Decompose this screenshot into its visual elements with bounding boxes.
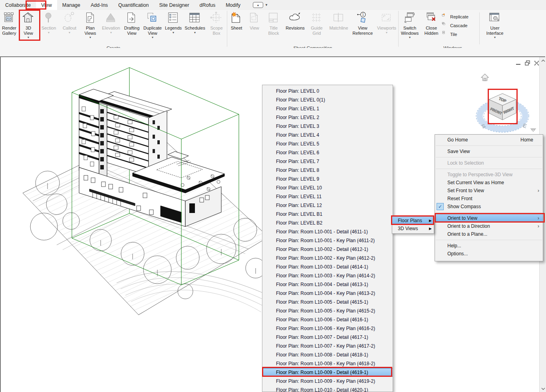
list-item[interactable]: Floor Plan: Room L10-006 - Key Plan (461…: [262, 324, 393, 333]
list-item[interactable]: Floor Plan: Room L10-009 - Key Plan (461…: [262, 377, 393, 386]
ribbon-tab-bar: CollaborateViewManageAdd-InsQuantificati…: [0, 0, 546, 10]
list-item[interactable]: Floor Plan: Room L10-010 - Detail (4620-…: [262, 386, 393, 392]
restore-view-icon[interactable]: [524, 60, 530, 66]
list-item[interactable]: Floor Plan: LEVEL 10: [262, 183, 393, 192]
list-item[interactable]: Floor Plan: LEVEL 3: [262, 122, 393, 131]
button-tile[interactable]: Tile: [442, 31, 476, 38]
list-item[interactable]: Floor Plan: Room L10-003 - Detail (4614-…: [262, 263, 393, 271]
button-replicate[interactable]: Replicate: [442, 13, 476, 20]
list-item[interactable]: Floor Plan: Room L10-008 - Detail (4618-…: [262, 350, 393, 359]
button-duplicate-view[interactable]: Duplicate View▼: [142, 11, 163, 45]
tab-collaborate[interactable]: Collaborate: [0, 0, 36, 10]
tab-site-designer[interactable]: Site Designer: [154, 0, 195, 10]
menu-item-label: Lock to Selection: [447, 160, 484, 166]
svg-text:1: 1: [362, 12, 364, 16]
list-item[interactable]: Floor Plan: Room L10-006 - Detail (4616-…: [262, 315, 393, 324]
scroll-down-icon[interactable]: [540, 385, 546, 392]
button-switch-windows[interactable]: Switch Windows▼: [399, 11, 421, 45]
button-label: Switch Windows: [401, 26, 419, 36]
menu-item-label: Options...: [447, 251, 468, 257]
tab-label: Add-Ins: [91, 2, 108, 8]
button-drafting-view[interactable]: Drafting View: [121, 11, 142, 45]
tab-drofus[interactable]: dRofus: [195, 0, 221, 10]
button-3d-view[interactable]: 3D View▼: [18, 11, 38, 45]
list-item[interactable]: Floor Plan: LEVEL 12: [262, 201, 393, 210]
chevron-down-icon: ▼: [89, 36, 92, 39]
list-item[interactable]: Floor Plan: LEVEL 9: [262, 175, 393, 183]
menu-item-orient-to-a-plane[interactable]: Orient to a Plane...: [435, 230, 543, 238]
menu-item-set-front-to-view[interactable]: Set Front to View›: [435, 187, 543, 195]
tab-quantification[interactable]: Quantification: [113, 0, 154, 10]
tab-modify[interactable]: Modify: [220, 0, 246, 10]
menu-item-go-home[interactable]: Go HomeHome: [435, 136, 543, 144]
close-view-icon[interactable]: [534, 60, 540, 66]
menu-item-show-compass[interactable]: Show Compass✓: [435, 203, 543, 211]
list-item[interactable]: Floor Plan: Room L10-005 - Detail (4615-…: [262, 298, 393, 306]
submenu-item-3d-views[interactable]: 3D Views▶: [392, 225, 434, 233]
list-item[interactable]: Floor Plan: Room L10-004 - Detail (4613-…: [262, 280, 393, 289]
list-item[interactable]: Floor Plan: LEVEL 5: [262, 139, 393, 148]
list-item[interactable]: Floor Plan: LEVEL 6: [262, 148, 393, 157]
viewcube-cube[interactable]: TOP FRONT RIGHT: [489, 94, 516, 120]
list-item[interactable]: Floor Plan: LEVEL B2: [262, 219, 393, 227]
menu-item-set-current-view-as-home[interactable]: Set Current View as Home: [435, 179, 543, 187]
viewcube-menu-arrow[interactable]: [530, 129, 536, 131]
list-item[interactable]: Floor Plan: LEVEL 7: [262, 157, 393, 166]
list-item[interactable]: Floor Plan: LEVEL 0(1): [262, 96, 393, 104]
list-item[interactable]: Floor Plan: LEVEL 4: [262, 131, 393, 139]
list-item[interactable]: Floor Plan: Room L10-004 - Key Plan (461…: [262, 289, 393, 298]
chevron-down-icon: ▼: [151, 36, 154, 39]
button-render-gallery[interactable]: Render Gallery: [0, 11, 18, 45]
list-item[interactable]: Floor Plan: Room L10-005 - Key Plan (461…: [262, 306, 393, 315]
scroll-up-icon[interactable]: [540, 57, 546, 64]
tab-view[interactable]: View: [36, 0, 57, 10]
list-item[interactable]: Floor Plan: Room L10-009 - Detail (4619-…: [262, 368, 393, 377]
tab-label: Quantification: [118, 2, 149, 8]
tab-manage[interactable]: Manage: [57, 0, 85, 10]
list-item[interactable]: Floor Plan: LEVEL 8: [262, 166, 393, 175]
home-icon[interactable]: [481, 74, 488, 81]
list-item[interactable]: Floor Plan: Room L10-002 - Key Plan (461…: [262, 254, 393, 263]
list-item[interactable]: Floor Plan: Room L10-007 - Key Plan (461…: [262, 342, 393, 350]
button-view-reference[interactable]: 1View Reference: [350, 11, 375, 45]
tab-add-ins[interactable]: Add-Ins: [85, 0, 113, 10]
list-item[interactable]: Floor Plan: LEVEL 2: [262, 113, 393, 122]
ribbon-minimize-control[interactable]: ▲ ▼: [253, 0, 268, 10]
menu-item-options[interactable]: Options...: [435, 250, 543, 258]
button-cascade[interactable]: Cascade: [442, 22, 476, 29]
list-item[interactable]: Floor Plan: Room L10-008 - Key Plan (461…: [262, 359, 393, 368]
minimize-view-icon[interactable]: [515, 60, 521, 66]
button-user-interface[interactable]: User Interface▼: [483, 11, 507, 45]
menu-item-help[interactable]: Help...: [435, 242, 543, 250]
button-sheet[interactable]: Sheet: [227, 11, 246, 45]
menu-item-orient-to-a-direction[interactable]: Orient to a Direction›: [435, 222, 543, 230]
list-item[interactable]: Floor Plan: LEVEL 0: [262, 87, 393, 96]
list-item[interactable]: Floor Plan: Room L10-002 - Detail (4612-…: [262, 245, 393, 254]
submenu-item-label: Floor Plans: [398, 218, 422, 223]
sheet-icon: [230, 12, 243, 24]
button-plan-views[interactable]: Plan Views▼: [80, 11, 101, 45]
chevron-down-icon: ▼: [409, 36, 411, 39]
button-label: Matchline: [329, 26, 348, 31]
menu-item-orient-to-view[interactable]: Orient to View›: [435, 214, 543, 222]
list-item[interactable]: Floor Plan: LEVEL 11: [262, 192, 393, 201]
button-label: Viewports: [377, 26, 396, 31]
model-3d-building[interactable]: [1, 57, 280, 337]
matchline-icon: [332, 12, 345, 24]
viewcube[interactable]: S E TOP FRONT RIGHT: [471, 60, 543, 138]
button-schedules[interactable]: Schedules▼: [184, 11, 206, 45]
menu-item-reset-front[interactable]: Reset Front: [435, 195, 543, 203]
list-item[interactable]: Floor Plan: LEVEL B1: [262, 210, 393, 219]
button-legends[interactable]: Legends▼: [163, 11, 184, 45]
submenu-item-floor-plans[interactable]: Floor Plans▶: [392, 217, 434, 225]
button-revisions[interactable]: Revisions: [284, 11, 306, 45]
list-item[interactable]: Floor Plan: LEVEL 1: [262, 104, 393, 113]
list-item[interactable]: Floor Plan: Room L10-003 - Key Plan (461…: [262, 271, 393, 280]
button-close-hidden[interactable]: Close Hidden: [421, 11, 442, 45]
list-item[interactable]: Floor Plan: Room L10-001 - Detail (4611-…: [262, 227, 393, 236]
list-item[interactable]: Floor Plan: Room L10-001 - Key Plan (461…: [262, 236, 393, 245]
menu-item-save-view[interactable]: Save View: [435, 147, 543, 155]
list-item[interactable]: Floor Plan: Room L10-007 - Detail (4617-…: [262, 333, 393, 342]
guide-grid-icon: [310, 12, 323, 24]
menu-item-label: Go Home: [447, 137, 468, 143]
